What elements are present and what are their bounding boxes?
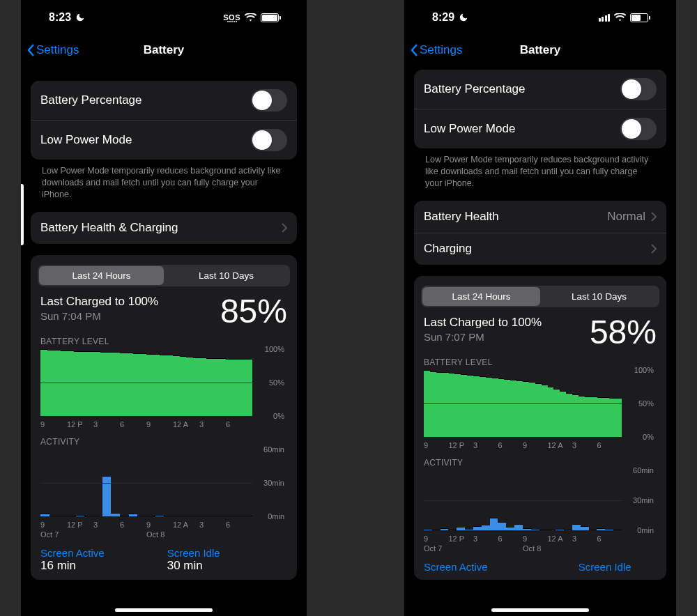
day-label: Oct 8 <box>523 544 622 553</box>
ytick: 50% <box>269 378 284 387</box>
back-label: Settings <box>420 43 462 57</box>
last-charged-time: Sun 7:04 PM <box>40 310 158 322</box>
do-not-disturb-icon <box>75 13 85 22</box>
ytick: 0min <box>268 512 284 521</box>
ytick: 0min <box>637 526 654 534</box>
battery-icon <box>261 13 279 22</box>
ytick: 0% <box>643 433 654 441</box>
ytick: 30min <box>263 479 284 487</box>
ytick: 50% <box>638 399 654 408</box>
seg-last-10d[interactable]: Last 10 Days <box>540 287 658 306</box>
xticks: 912 P36912 A36 <box>40 516 287 529</box>
legend-idle-val: 30 min <box>167 559 220 573</box>
sos-indicator: SOS <box>223 13 240 22</box>
row-label: Low Power Mode <box>424 122 515 136</box>
row-label: Battery Percentage <box>40 93 142 107</box>
day-label: Oct 7 <box>424 544 523 553</box>
low-power-footnote: Low Power Mode temporarily reduces backg… <box>31 160 297 201</box>
battery-level-chart: 100% 50% 0% 912 P36912 A36 <box>414 370 666 449</box>
legend: Screen Active 16 min Screen Idle 30 min <box>31 546 297 573</box>
status-right: SOS <box>223 13 279 22</box>
legend-idle: Screen Idle <box>167 547 220 559</box>
legend-idle: Screen Idle <box>579 561 631 573</box>
xticks: 912 P36912 A36 <box>424 530 657 543</box>
toggle-battery-percentage[interactable] <box>251 89 287 111</box>
battery-icon <box>630 13 648 22</box>
ytick: 100% <box>634 366 654 374</box>
row-charging[interactable]: Charging <box>414 233 666 265</box>
back-button[interactable]: Settings <box>410 43 462 57</box>
row-label: Charging <box>424 242 472 256</box>
home-indicator[interactable] <box>115 608 213 612</box>
row-battery-percentage: Battery Percentage <box>31 81 297 120</box>
cell-signal-icon <box>599 14 611 22</box>
status-bar: 8:23 SOS <box>21 0 307 35</box>
battery-percent: 85% <box>220 295 287 328</box>
xticks: 912 P36912 A36 <box>40 416 287 429</box>
activity-label: ACTIVITY <box>414 449 666 470</box>
status-time-group: 8:29 <box>432 11 468 24</box>
activity-label: ACTIVITY <box>31 429 297 449</box>
legend: Screen Active Screen Idle <box>414 560 666 573</box>
xticks: 912 P36912 A36 <box>424 437 657 449</box>
day-label: Oct 7 <box>40 530 146 539</box>
home-indicator[interactable] <box>491 608 589 612</box>
wifi-icon <box>614 13 626 22</box>
row-label: Battery Percentage <box>424 82 526 96</box>
row-label: Battery Health & Charging <box>40 221 178 235</box>
chevron-right-icon <box>651 244 657 254</box>
toggle-low-power[interactable] <box>251 129 287 151</box>
row-battery-percentage: Battery Percentage <box>414 70 666 109</box>
ytick: 60min <box>633 466 654 475</box>
row-low-power: Low Power Mode <box>31 120 297 160</box>
toggle-low-power[interactable] <box>620 118 657 140</box>
nav-bar: Settings Battery <box>404 35 676 66</box>
seg-last-24h[interactable]: Last 24 Hours <box>422 287 540 306</box>
toggles-card: Battery Percentage Low Power Mode <box>414 70 666 148</box>
health-card: Battery Health Normal Charging <box>414 201 666 265</box>
battery-percent: 58% <box>590 316 657 349</box>
battery-level-chart: 100% 50% 0% 912 P36912 A36 <box>31 349 297 429</box>
ytick: 60min <box>263 445 284 454</box>
seg-last-10d[interactable]: Last 10 Days <box>164 266 289 285</box>
chevron-right-icon <box>651 212 657 222</box>
back-button[interactable]: Settings <box>26 43 79 57</box>
legend-active: Screen Active <box>40 547 105 559</box>
segment-control: Last 24 Hours Last 10 Days <box>421 286 659 307</box>
row-label: Low Power Mode <box>40 133 132 147</box>
chevron-right-icon <box>282 223 287 233</box>
last-charged-time: Sun 7:07 PM <box>424 331 542 343</box>
low-power-footnote: Low Power Mode temporarily reduces backg… <box>414 148 666 190</box>
row-battery-health[interactable]: Battery Health & Charging <box>31 212 297 244</box>
segment-control: Last 24 Hours Last 10 Days <box>38 265 290 286</box>
toggle-battery-percentage[interactable] <box>620 78 657 100</box>
battery-level-label: BATTERY LEVEL <box>414 349 666 370</box>
status-time: 8:29 <box>432 11 454 24</box>
back-label: Settings <box>36 43 79 57</box>
ytick: 100% <box>265 345 284 353</box>
row-low-power: Low Power Mode <box>414 109 666 148</box>
day-label: Oct 8 <box>146 530 252 539</box>
ytick: 0% <box>273 412 284 420</box>
activity-chart: 60min 30min 0min 912 P36912 A36 Oct 7 Oc… <box>414 470 666 560</box>
ytick: 30min <box>633 496 654 505</box>
status-right <box>599 13 649 22</box>
do-not-disturb-icon <box>459 13 468 22</box>
row-detail: Normal <box>607 210 645 224</box>
status-time: 8:23 <box>49 11 71 24</box>
battery-level-label: BATTERY LEVEL <box>31 328 297 349</box>
nav-bar: Settings Battery <box>21 35 307 66</box>
last-charged-row: Last Charged to 100% Sun 7:07 PM 58% <box>414 307 666 349</box>
volume-indicator <box>21 184 24 245</box>
last-charged-title: Last Charged to 100% <box>424 316 542 330</box>
legend-active-val: 16 min <box>40 559 105 573</box>
row-label: Battery Health <box>424 210 499 224</box>
row-battery-health[interactable]: Battery Health Normal <box>414 201 666 233</box>
seg-last-24h[interactable]: Last 24 Hours <box>39 266 164 285</box>
wifi-icon <box>245 13 256 22</box>
activity-chart: 60min 30min 0min 912 P36912 A36 Oct 7 Oc… <box>31 449 297 546</box>
last-charged-row: Last Charged to 100% Sun 7:04 PM 85% <box>31 286 297 328</box>
toggles-card: Battery Percentage Low Power Mode <box>31 81 297 160</box>
status-bar: 8:29 <box>404 0 676 35</box>
usage-card: Last 24 Hours Last 10 Days Last Charged … <box>414 276 666 580</box>
